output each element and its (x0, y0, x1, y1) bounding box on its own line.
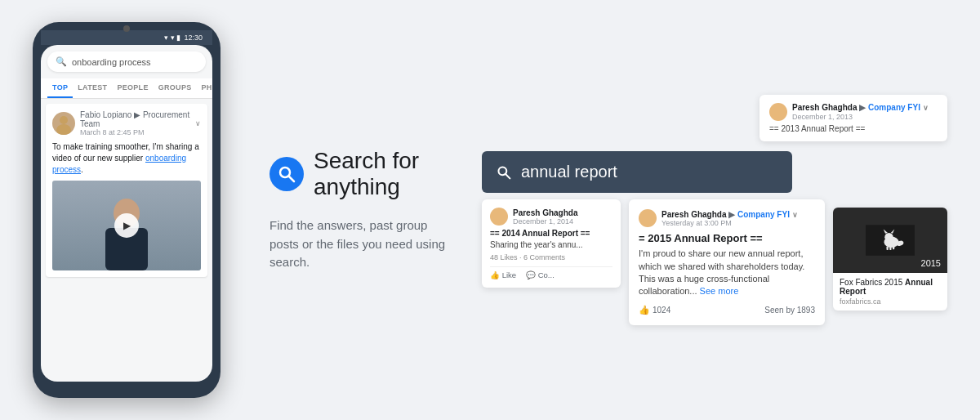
mini-post-meta: Paresh Ghaghdа ▶ Company FYI ∨ December … (792, 103, 929, 121)
large-result-time: Yesterday at 3:00 PM (662, 219, 815, 227)
large-result-header: Paresh Ghaghdа ▶ Company FYI ∨ Yesterday… (639, 209, 815, 227)
svg-rect-17 (893, 247, 894, 250)
file-title: Fox Fabrics 2015 Annual Report (840, 278, 941, 296)
small-result-text: Sharing the year's annu... (490, 239, 612, 251)
file-thumbnail: 2015 (833, 208, 947, 273)
mini-post-header: Paresh Ghaghdа ▶ Company FYI ∨ December … (769, 103, 938, 121)
phone-post-header: Fabio Lopiano ▶ Procurement Team March 8… (52, 110, 201, 136)
svg-rect-16 (889, 247, 891, 251)
file-year: 2015 (921, 258, 941, 268)
large-result-post-text: I'm proud to share our new annual report… (639, 248, 815, 298)
phone-video-thumbnail: ▶ (52, 181, 201, 270)
phone-tab-latest[interactable]: LATEST (73, 78, 112, 98)
svg-line-8 (506, 174, 510, 178)
svg-point-1 (56, 124, 71, 135)
phone-search-icon: 🔍 (56, 56, 67, 67)
phone-post-card: Fabio Lopiano ▶ Procurement Team March 8… (46, 104, 207, 277)
phone-post-chevron: ∨ (195, 119, 201, 127)
feature-description: Find the answers, past group posts or th… (270, 217, 457, 272)
phone-tab-top[interactable]: TOP (47, 78, 73, 98)
search-box-large[interactable]: annual report (482, 151, 792, 193)
result-card-large: Paresh Ghaghdа ▶ Company FYI ∨ Yesterday… (629, 199, 825, 325)
status-time: 12:30 (184, 34, 203, 42)
large-result-name: Paresh Ghaghdа ▶ Company FYI ∨ (662, 210, 815, 219)
phone-tab-more[interactable]: PH (197, 78, 212, 98)
small-result-avatar (490, 208, 508, 226)
see-more-link[interactable]: See more (700, 286, 739, 296)
small-result-time: December 1, 2014 (513, 217, 577, 226)
svg-line-6 (289, 176, 295, 182)
search-query-text: annual report (521, 163, 617, 181)
feature-section: Search for anything Find the answers, pa… (270, 148, 457, 272)
large-result-stats: 👍 1024 Seen by 1893 (639, 305, 815, 315)
large-result-avatar (639, 209, 657, 227)
phone-mockup: ▾ ▾ ▮ 12:30 🔍 onboarding process TOP LAT… (33, 22, 220, 398)
large-result-post-title: = 2015 Annual Report == (639, 232, 815, 244)
phone-post-text: To make training smoother, I'm sharing a… (52, 141, 201, 176)
phone-post-time: March 8 at 2:45 PM (80, 128, 190, 136)
small-result-header: Paresh Ghaghdа December 1, 2014 (490, 208, 612, 226)
right-panel: Search for anything Find the answers, pa… (270, 16, 947, 404)
likes-count-row: 👍 1024 (639, 305, 670, 315)
phone-search-query: onboarding process (72, 57, 151, 67)
mini-post-card: Paresh Ghaghdа ▶ Company FYI ∨ December … (760, 95, 947, 141)
feature-title-row: Search for anything (270, 148, 457, 200)
mini-post-name: Paresh Ghaghdа ▶ Company FYI ∨ (792, 103, 929, 112)
result-card-small: Paresh Ghaghdа December 1, 2014 == 2014 … (482, 199, 621, 288)
file-card: 2015 Fox Fabrics 2015 Annual Report foxf… (833, 208, 947, 311)
small-result-stats: 48 Likes · 6 Comments (490, 253, 612, 261)
mini-post-time: December 1, 2013 (792, 113, 929, 121)
feature-title: Search for anything (314, 148, 457, 200)
svg-point-11 (884, 233, 893, 242)
phone-play-button[interactable]: ▶ (114, 213, 139, 238)
svg-rect-15 (887, 247, 889, 251)
phone-device: ▾ ▾ ▮ 12:30 🔍 onboarding process TOP LAT… (33, 22, 220, 398)
like-icon: 👍 (639, 305, 650, 315)
small-result-name: Paresh Ghaghdа (513, 208, 577, 217)
search-feature-icon (270, 157, 304, 191)
results-area: Paresh Ghaghdа December 1, 2014 == 2014 … (482, 199, 947, 325)
file-info: Fox Fabrics 2015 Annual Report foxfabric… (833, 273, 947, 311)
small-result-title: == 2014 Annual Report == (490, 229, 612, 238)
svg-point-0 (60, 116, 68, 124)
likes-count: 1024 (653, 306, 670, 315)
small-result-actions: 👍 Like 💬 Co... (490, 266, 612, 279)
seen-by: Seen by 1893 (764, 306, 815, 315)
small-result-meta: Paresh Ghaghdа December 1, 2014 (513, 208, 577, 226)
mini-post-text: == 2013 Annual Report == (769, 124, 938, 133)
status-icons: ▾ ▾ ▮ (164, 34, 180, 42)
phone-post-name: Fabio Lopiano ▶ Procurement Team (80, 110, 190, 128)
phone-camera (123, 25, 130, 32)
phone-tabs: TOP LATEST PEOPLE GROUPS PH (41, 78, 212, 99)
phone-status-bar: ▾ ▾ ▮ 12:30 (41, 30, 212, 45)
phone-screen: 🔍 onboarding process TOP LATEST PEOPLE G… (41, 45, 212, 382)
mini-avatar (769, 103, 787, 121)
phone-post-meta: Fabio Lopiano ▶ Procurement Team March 8… (80, 110, 190, 136)
phone-tab-people[interactable]: PEOPLE (112, 78, 153, 98)
comment-action[interactable]: 💬 Co... (526, 270, 555, 279)
phone-post-avatar (52, 112, 75, 135)
search-demo-area: Paresh Ghaghdа ▶ Company FYI ∨ December … (482, 95, 947, 325)
phone-search-bar: 🔍 onboarding process (47, 51, 206, 72)
phone-tab-groups[interactable]: GROUPS (154, 78, 197, 98)
like-action[interactable]: 👍 Like (490, 270, 516, 279)
large-result-meta: Paresh Ghaghdа ▶ Company FYI ∨ Yesterday… (662, 210, 815, 227)
file-url: foxfabrics.ca (840, 297, 941, 306)
